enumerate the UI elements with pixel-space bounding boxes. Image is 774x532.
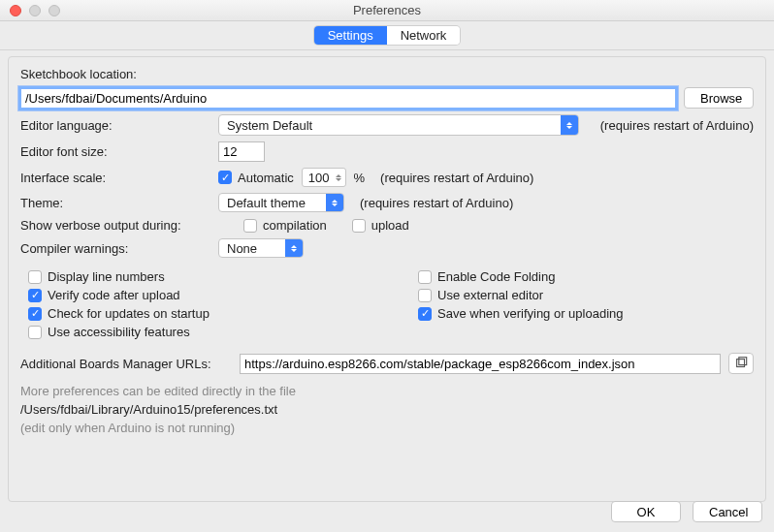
theme-hint: (requires restart of Arduino): [360, 196, 513, 210]
save-when-verify-checkbox[interactable]: Save when verifying or uploading: [418, 306, 624, 321]
scale-hint: (requires restart of Arduino): [380, 171, 533, 185]
check-updates-checkbox[interactable]: Check for updates on startup: [28, 306, 210, 321]
language-label: Editor language:: [20, 118, 210, 133]
verbose-label: Show verbose output during:: [20, 218, 236, 233]
scale-input[interactable]: 100: [302, 168, 346, 187]
note-line2: (edit only when Arduino is not running): [20, 421, 754, 435]
warnings-select[interactable]: None: [218, 238, 304, 258]
tab-settings[interactable]: Settings: [314, 26, 387, 45]
dialog-buttons: OK Cancel: [611, 501, 762, 522]
verbose-compilation-checkbox[interactable]: compilation: [243, 218, 327, 233]
theme-value: Default theme: [227, 196, 306, 210]
svg-rect-1: [739, 358, 747, 365]
browse-button[interactable]: Browse: [684, 87, 754, 109]
scale-value: 100: [308, 171, 330, 185]
chevron-updown-icon: [285, 239, 303, 257]
chevron-updown-icon: [561, 115, 578, 135]
boards-label: Additional Boards Manager URLs:: [20, 357, 232, 371]
settings-panel: Sketchbook location: Browse Editor langu…: [8, 56, 766, 502]
external-editor-checkbox[interactable]: Use external editor: [418, 288, 543, 302]
prefs-path: /Users/fdbai/Library/Arduino15/preferenc…: [20, 402, 754, 417]
boards-urls-input[interactable]: [240, 354, 721, 374]
scale-automatic-checkbox[interactable]: Automatic: [218, 171, 294, 185]
language-hint: (requires restart of Arduino): [600, 118, 754, 133]
warnings-value: None: [227, 241, 257, 256]
theme-label: Theme:: [20, 196, 210, 210]
language-select[interactable]: System Default: [218, 114, 579, 136]
verbose-compilation-label: compilation: [263, 218, 327, 233]
language-value: System Default: [227, 118, 312, 133]
accessibility-checkbox[interactable]: Use accessibility features: [28, 325, 190, 339]
tab-network[interactable]: Network: [387, 26, 461, 45]
verbose-upload-checkbox[interactable]: upload: [352, 218, 409, 233]
display-line-numbers-checkbox[interactable]: Display line numbers: [28, 269, 165, 284]
verbose-upload-label: upload: [371, 218, 409, 233]
note-line1: More preferences can be edited directly …: [20, 384, 754, 398]
window-stack-icon: [734, 357, 748, 370]
tab-bar: Settings Network: [0, 21, 774, 50]
ok-button[interactable]: OK: [611, 501, 681, 522]
accessibility-label: Use accessibility features: [48, 325, 190, 339]
check-updates-label: Check for updates on startup: [48, 306, 210, 321]
fontsize-input[interactable]: [218, 141, 265, 162]
display-line-numbers-label: Display line numbers: [48, 269, 165, 284]
code-folding-checkbox[interactable]: Enable Code Folding: [418, 269, 555, 284]
window-title: Preferences: [0, 3, 774, 17]
fontsize-label: Editor font size:: [20, 144, 210, 159]
theme-select[interactable]: Default theme: [218, 193, 344, 212]
save-when-verify-label: Save when verifying or uploading: [437, 306, 624, 321]
warnings-label: Compiler warnings:: [20, 241, 210, 256]
code-folding-label: Enable Code Folding: [437, 269, 555, 284]
cancel-button[interactable]: Cancel: [693, 501, 762, 522]
sketchbook-path-input[interactable]: [20, 88, 676, 109]
verify-after-upload-checkbox[interactable]: Verify code after upload: [28, 288, 180, 302]
open-urls-dialog-button[interactable]: [728, 353, 754, 374]
scale-unit: %: [354, 171, 366, 185]
sketchbook-label: Sketchbook location:: [20, 67, 754, 81]
chevron-updown-icon: [326, 194, 343, 211]
svg-rect-0: [737, 360, 745, 367]
verify-after-upload-label: Verify code after upload: [48, 288, 180, 302]
external-editor-label: Use external editor: [437, 288, 543, 302]
scale-automatic-label: Automatic: [238, 171, 294, 185]
scale-label: Interface scale:: [20, 171, 210, 185]
titlebar: Preferences: [0, 0, 774, 21]
